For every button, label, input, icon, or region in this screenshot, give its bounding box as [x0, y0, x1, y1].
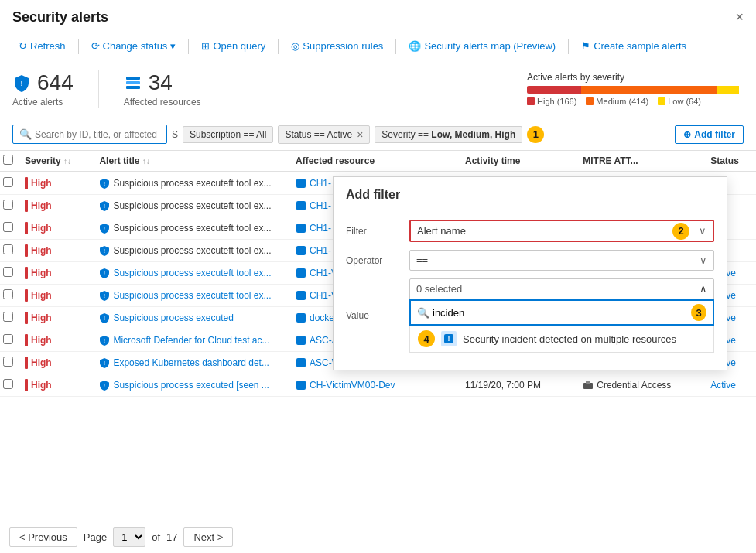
row-checkbox[interactable] [3, 334, 13, 344]
total-pages: 17 [166, 531, 177, 543]
row-title: ! Suspicious process executeft tool ex..… [93, 240, 289, 262]
row-checkbox-cell[interactable] [0, 240, 19, 262]
status-filter-close[interactable]: × [357, 128, 363, 141]
svg-rect-1 [126, 77, 140, 80]
row-severity: High [19, 285, 93, 307]
row-title-text[interactable]: Microsoft Defender for Cloud test ac... [113, 335, 269, 346]
row-title-text[interactable]: Suspicious process executeft tool ex... [113, 290, 271, 301]
resource-name[interactable]: CH1- [310, 245, 331, 256]
operator-select[interactable]: == ∨ [409, 250, 714, 271]
time-col-header[interactable]: Activity time [459, 151, 576, 172]
row-severity: High [19, 240, 93, 262]
row-severity: High [19, 307, 93, 329]
filter-label: Filter [346, 226, 400, 237]
row-checkbox[interactable] [3, 312, 13, 322]
panel-title: Add filter [334, 177, 727, 210]
add-filter-badge: 1 [527, 126, 544, 143]
severity-filter-chip[interactable]: Severity == Low, Medium, High [375, 126, 522, 143]
status-col-header[interactable]: Status [704, 151, 756, 172]
row-checkbox-cell[interactable] [0, 352, 19, 374]
row-checkbox-cell[interactable] [0, 217, 19, 240]
row-title-text[interactable]: Exposed Kubernetes dashboard det... [113, 357, 269, 368]
row-checkbox-cell[interactable] [0, 307, 19, 329]
row-title-text[interactable]: Suspicious process executed [seen ... [113, 380, 269, 391]
resource-name[interactable]: CH1- [310, 223, 331, 234]
dropdown-option-1[interactable]: 4 ! Security incident detected on multip… [409, 326, 714, 353]
create-sample-button[interactable]: ⚑ Create sample alerts [575, 37, 693, 55]
row-checkbox[interactable] [3, 244, 13, 254]
row-checkbox-cell[interactable] [0, 195, 19, 217]
severity-indicator [25, 379, 28, 391]
row-checkbox[interactable] [3, 200, 13, 210]
row-checkbox-cell[interactable] [0, 285, 19, 307]
suppression-rules-button[interactable]: ◎ Suppression rules [285, 37, 389, 55]
value-search-input[interactable] [429, 307, 688, 319]
search-box[interactable]: 🔍 [12, 125, 167, 144]
svg-rect-25 [296, 336, 306, 345]
search-value-container[interactable]: 🔍 3 [409, 299, 714, 326]
row-checkbox[interactable] [3, 379, 13, 389]
add-filter-button[interactable]: ⊕ Add filter [675, 125, 744, 144]
add-filter-icon: ⊕ [683, 129, 691, 140]
row-title: ! Suspicious process executeft tool ex..… [93, 285, 289, 307]
row-title-text[interactable]: Suspicious process executeft tool ex... [113, 268, 271, 278]
severity-col-header[interactable]: Severity ↑↓ [19, 151, 93, 172]
search-input[interactable] [35, 129, 159, 140]
refresh-button[interactable]: ↻ Refresh [12, 37, 72, 55]
page-select[interactable]: 1 [113, 527, 145, 547]
change-status-button[interactable]: ⟳ Change status ▾ [85, 37, 183, 55]
value-search-badge-3: 3 [691, 304, 706, 321]
row-checkbox[interactable] [3, 222, 13, 232]
row-status: Active [704, 374, 756, 397]
previous-button[interactable]: < Previous [9, 527, 77, 547]
svg-rect-3 [126, 86, 140, 89]
row-title: ! Suspicious process executeft tool ex..… [93, 172, 289, 195]
title-cell: ! Suspicious process executeft tool ex..… [99, 290, 283, 301]
next-button[interactable]: Next > [183, 527, 233, 547]
mitre-col-header[interactable]: MITRE ATT... [576, 151, 704, 172]
row-title-text: Suspicious process executeft tool ex... [113, 223, 271, 234]
status-filter-chip[interactable]: Status == Active × [278, 125, 370, 144]
filter-select[interactable]: Alert name 2 ∨ [409, 220, 714, 242]
row-checkbox[interactable] [3, 357, 13, 367]
select-all-header[interactable] [0, 151, 19, 172]
subscription-filter-chip[interactable]: Subscription == All [183, 126, 273, 143]
open-query-button[interactable]: ⊞ Open query [195, 37, 272, 55]
row-severity: High [19, 195, 93, 217]
title-col-header[interactable]: Alert title ↑↓ [93, 151, 289, 172]
svg-rect-11 [296, 246, 306, 255]
svg-rect-9 [296, 224, 306, 233]
resource-col-header[interactable]: Affected resource [289, 151, 459, 172]
of-label: of [152, 531, 160, 543]
row-title-text[interactable]: Suspicious process executed [113, 312, 233, 323]
svg-rect-7 [296, 201, 306, 210]
resource-icon [296, 290, 306, 301]
panel-body: Filter Alert name 2 ∨ Operator == ∨ Valu… [334, 210, 727, 370]
refresh-icon: ↻ [19, 40, 27, 52]
row-checkbox-cell[interactable] [0, 262, 19, 285]
resource-name[interactable]: CH1- [310, 200, 331, 211]
close-button[interactable]: × [735, 9, 744, 26]
severity-chart-title: Active alerts by severity [527, 72, 744, 83]
resource-name[interactable]: CH-VictimVM00-Dev [310, 380, 395, 391]
resource-name[interactable]: CH1- [310, 178, 331, 189]
row-checkbox-cell[interactable] [0, 374, 19, 397]
row-checkbox[interactable] [3, 177, 13, 187]
select-all-checkbox[interactable] [3, 155, 13, 165]
svg-rect-21 [296, 313, 306, 323]
value-arrow-up: ∧ [700, 283, 707, 295]
table-header-row: Severity ↑↓ Alert title ↑↓ Affected reso… [0, 151, 756, 172]
row-checkbox-cell[interactable] [0, 329, 19, 352]
alert-shield-icon: ! [99, 380, 110, 391]
row-checkbox[interactable] [3, 267, 13, 277]
alert-shield-icon: ! [99, 335, 110, 346]
dropdown-option-text: Security incident detected on multiple r… [463, 333, 676, 345]
row-checkbox-cell[interactable] [0, 172, 19, 195]
severity-bar-medium [581, 86, 717, 94]
security-map-button[interactable]: 🌐 Security alerts map (Preview) [402, 37, 562, 55]
title-cell: ! Suspicious process executed [99, 312, 283, 323]
row-checkbox[interactable] [3, 289, 13, 299]
row-title: ! Suspicious process executeft tool ex..… [93, 262, 289, 285]
value-header[interactable]: 0 selected ∧ [409, 278, 714, 299]
value-search-icon: 🔍 [417, 307, 429, 319]
